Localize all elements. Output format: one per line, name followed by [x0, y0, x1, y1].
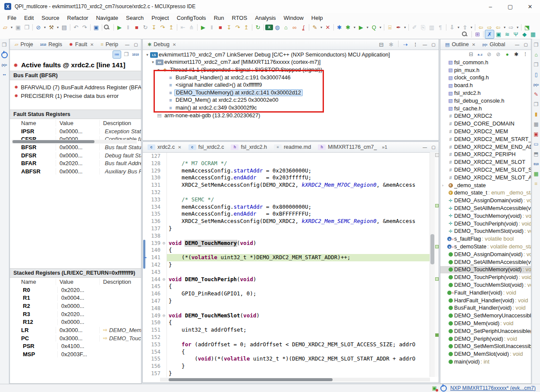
instr-suspend-icon[interactable]: ‖	[207, 23, 216, 31]
restart-icon[interactable]: ↻	[141, 23, 150, 31]
line-number[interactable]: 129	[148, 167, 161, 175]
code-line[interactable]: 151 uint32_t addrOffset;	[143, 326, 430, 334]
fold-marker-icon[interactable]	[161, 189, 166, 196]
suspend-icon[interactable]: ‖	[124, 23, 132, 31]
code-line[interactable]: 150 {	[143, 319, 430, 326]
outline-item[interactable]: # DEMO_XRDC2_MEM_START_ADDR	[440, 135, 531, 143]
save-icon[interactable]: ▣	[14, 23, 22, 31]
table-row[interactable]: ABFSR 0x0000... Auxiliary Bus Fault S...	[10, 167, 141, 176]
outline-item[interactable]: ▧ fsl_xrdc2.h	[440, 89, 531, 97]
code-line[interactable]: 134 memAccessConfig.startAddr = 0x800000…	[143, 204, 430, 211]
outline-item[interactable]: DEMO_TouchMemory(void) : void	[440, 266, 531, 274]
outline-item[interactable]: # DEMO_XRDC2_MEM	[440, 128, 531, 135]
window-minimize-button[interactable]: –	[480, 0, 500, 13]
outline-item[interactable]: ▧ fsl_cache.h	[440, 105, 531, 113]
outline-item[interactable]: › E _demo_state	[440, 182, 531, 189]
line-number[interactable]: 135	[148, 210, 161, 218]
column-header[interactable]: Value	[56, 120, 99, 126]
outline-item[interactable]: DEMO_AssignDomain(void) : void	[440, 251, 531, 258]
line-number[interactable]: 128	[148, 160, 161, 167]
code-line[interactable]: 146 GPIO_PinRead(GPIO1, 0);	[143, 290, 430, 298]
code-line[interactable]: 147 }	[143, 298, 430, 305]
fold-marker-icon[interactable]	[161, 370, 166, 377]
toolbar-button[interactable]	[177, 24, 177, 31]
table-row[interactable]: LR 0x3000... ⇨ DEMO_Mem()	[10, 326, 141, 334]
run-icon[interactable]: ▶	[357, 23, 365, 31]
line-number[interactable]: 149	[148, 312, 161, 320]
debug-config-icon[interactable]: ✱	[335, 23, 344, 31]
toolbar-button[interactable]	[70, 24, 70, 31]
line-number[interactable]: 137	[148, 225, 161, 232]
editor-tab[interactable]: c xrdc2.c ✕	[144, 142, 185, 152]
redo-icon[interactable]: ↷	[80, 23, 89, 31]
perspective-device-icon[interactable]: ▣	[494, 30, 503, 38]
installed-sdks-icon[interactable]: ⬒	[532, 151, 540, 157]
table-row[interactable]: R3 0x2020...	[10, 310, 141, 318]
minimize-view-button[interactable]: —	[421, 145, 428, 150]
outline-item[interactable]: ✛ DEMO_SetAllMemAccessible(void) : void	[440, 204, 531, 212]
world-icon[interactable]: ◍	[273, 23, 282, 31]
line-number[interactable]: 155	[148, 355, 161, 363]
fold-marker-icon[interactable]	[161, 196, 166, 204]
outline-item[interactable]: sv s_faultFlag : volatile bool	[440, 235, 531, 243]
fold-marker-icon[interactable]	[161, 319, 166, 326]
line-number[interactable]: 150	[148, 319, 161, 326]
sort-icon[interactable]: a↓z	[476, 51, 484, 58]
remove-terminated-icon[interactable]: ✱	[387, 41, 396, 49]
fold-marker-icon[interactable]	[161, 232, 166, 240]
line-number[interactable]: 143	[148, 269, 161, 276]
perspective-trace-icon[interactable]: ≋	[503, 30, 512, 38]
terminate-icon[interactable]: ■	[132, 23, 141, 31]
line-number[interactable]: 139	[148, 240, 161, 247]
menu-item[interactable]: Navigate	[92, 14, 122, 22]
scrollbar-thumb[interactable]	[13, 140, 94, 143]
code-line[interactable]: 144 ⊖ void DEMO_TouchPeriph(void)	[143, 276, 430, 283]
dropdown-icon[interactable]: ▾	[378, 23, 383, 31]
fold-marker-icon[interactable]	[161, 182, 166, 189]
outline-item[interactable]: DEMO_SetMemoryUnaccessible(void) : void	[440, 312, 531, 320]
show-whitespace-icon[interactable]: ¶	[436, 23, 445, 31]
minimize-view-button[interactable]: —	[124, 42, 131, 47]
instr-step-return-icon[interactable]: ↥	[242, 23, 251, 31]
toolbar-button[interactable]	[309, 24, 309, 31]
binary-view-icon[interactable]: 1010	[132, 51, 139, 58]
outline-item[interactable]: BusFault_Handler(void) : void	[440, 304, 531, 312]
outline-item[interactable]: T demo_state_t : enum _demo_state	[440, 189, 531, 197]
maximize-view-button[interactable]: ▢	[132, 42, 139, 47]
outline-item[interactable]: DEMO_SetMemSlotUnaccessible(void) : void	[440, 342, 531, 350]
menu-item[interactable]: RTOS	[228, 14, 251, 22]
window-close-button[interactable]: ✕	[520, 0, 540, 13]
code-line[interactable]: 139 ⊖ void DEMO_TouchMemory(void)	[143, 240, 430, 247]
line-number[interactable]: 157	[148, 370, 161, 377]
dropdown-icon[interactable]: ▾	[56, 23, 60, 31]
line-number[interactable]: 151	[148, 326, 161, 334]
column-header[interactable]: Name	[10, 279, 56, 285]
expander-icon[interactable]: ▾	[150, 60, 156, 64]
power-icon[interactable]	[440, 385, 447, 392]
profile-icon[interactable]: Q	[370, 23, 378, 31]
debug-icon[interactable]: ✱	[344, 23, 352, 31]
hide-non-public-icon[interactable]: ●	[503, 51, 511, 58]
tab-close-icon[interactable]: ✕	[90, 42, 94, 47]
table-row[interactable]: BFSR 0x0000... Bus fault Status Regi...	[10, 143, 141, 151]
outline-item[interactable]: ▧ pin_mux.h	[440, 66, 531, 74]
outline-item[interactable]: ✛ DEMO_TouchMemSlot(void) : void	[440, 228, 531, 235]
expander-icon[interactable]: ▾	[144, 53, 150, 57]
outline-item[interactable]: ✛ DEMO_TouchMemory(void) : void	[440, 212, 531, 220]
toolbar-button[interactable]	[483, 31, 483, 38]
code-line[interactable]: 149 ⊖ void DEMO_TouchMemSlot(void)	[143, 312, 430, 320]
outline-item[interactable]: ▧ board.h	[440, 82, 531, 89]
power-quickstart-icon[interactable]	[0, 51, 8, 58]
line-number[interactable]: 138	[148, 232, 161, 240]
undo-icon[interactable]: ↶	[72, 23, 80, 31]
code-line[interactable]: 127	[143, 153, 430, 160]
view-tab[interactable]: ⌗ Perip	[97, 40, 122, 50]
code-line[interactable]: 133 /* SEMC */	[143, 196, 430, 204]
scrollbar-thumb[interactable]	[430, 234, 434, 264]
code-line[interactable]: 148	[143, 305, 430, 312]
editor-tab[interactable]: c fsl_xrdc2.c	[185, 142, 228, 152]
menu-item[interactable]: Window	[280, 14, 308, 22]
outline-item[interactable]: ▧ fsl_debug_console.h	[440, 97, 531, 105]
variables-icon[interactable]: (x)=	[532, 81, 540, 88]
outline-item[interactable]: ▧ fsl_common.h	[440, 59, 531, 66]
